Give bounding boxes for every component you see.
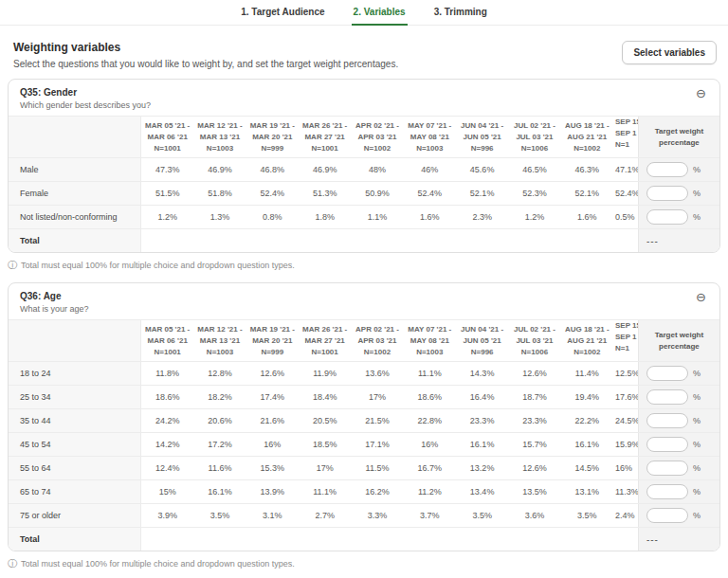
empty-cell xyxy=(613,528,638,551)
question-text: What is your age? xyxy=(20,304,89,314)
target-weight-input[interactable] xyxy=(646,162,688,177)
value-cell: 20.6% xyxy=(193,409,246,432)
value-cell: 16% xyxy=(613,457,638,479)
column-header-sample-size: N=1003 xyxy=(207,143,233,154)
column-header-sample-size: N=1002 xyxy=(364,143,391,154)
tab-trimming[interactable]: 3. Trimming xyxy=(432,7,489,25)
column-header-sample-size: N=1001 xyxy=(312,347,338,358)
empty-cell xyxy=(141,528,193,551)
target-weight-header: Target weight percentage xyxy=(638,117,719,157)
column-header-range-start: AUG 18 '21 - xyxy=(565,120,610,132)
target-weight-input[interactable] xyxy=(646,366,688,381)
column-header-sample-size: N=1 xyxy=(615,343,629,354)
empty-cell xyxy=(299,528,351,551)
table-footnote-text: Total must equal 100% for multiple choic… xyxy=(21,559,295,569)
row-label: 18 to 24 xyxy=(9,362,141,385)
value-cell: 16% xyxy=(246,433,299,456)
column-header-range-start: AUG 18 '21 - xyxy=(565,324,610,335)
value-cell: 24.2% xyxy=(141,409,193,432)
column-header-range-start: MAR 12 '21 - xyxy=(197,120,242,132)
percent-suffix: % xyxy=(693,487,701,497)
row-label: 65 to 74 xyxy=(9,480,141,503)
column-header-range-start: MAY 07 '21 - xyxy=(408,120,451,132)
table-row: 65 to 7415%16.1%13.9%11.1%16.2%11.2%13.4… xyxy=(9,479,719,503)
value-cell: 14.5% xyxy=(561,457,613,479)
collapse-icon[interactable]: ⊖ xyxy=(694,291,708,303)
target-weight-input[interactable] xyxy=(646,413,688,428)
column-header-range-end: JUL 03 '21 xyxy=(516,132,553,143)
value-cell: 11.1% xyxy=(404,362,456,385)
column-header-range-end: AUG 21 '21 xyxy=(567,132,607,143)
column-header: APR 02 '21 -APR 03 '21N=1002 xyxy=(351,320,403,361)
row-label-header xyxy=(9,320,141,361)
percent-suffix: % xyxy=(693,189,701,198)
column-header: JUN 04 '21 -JUN 05 '21N=996 xyxy=(456,117,508,157)
value-cell: 16% xyxy=(404,433,456,456)
tab-variables[interactable]: 2. Variables xyxy=(352,7,408,26)
value-cell: 1.8% xyxy=(299,206,351,228)
target-weight-input[interactable] xyxy=(646,508,688,523)
target-weight-cell: % xyxy=(638,433,719,456)
column-header-range-start: JUL 02 '21 - xyxy=(514,324,555,335)
column-header-range-end: APR 03 '21 xyxy=(357,132,396,143)
table-total-row: Total--- xyxy=(9,228,719,252)
collapse-icon[interactable]: ⊖ xyxy=(694,87,708,99)
column-header: MAR 19 '21 -MAR 20 '21N=999 xyxy=(246,117,299,157)
target-weight-input[interactable] xyxy=(646,389,688,405)
value-cell: 1.3% xyxy=(193,206,246,228)
column-header: MAR 12 '21 -MAR 13 '21N=1003 xyxy=(193,117,246,157)
column-header-range-end: MAR 20 '21 xyxy=(252,335,292,347)
column-header: JUN 04 '21 -JUN 05 '21N=996 xyxy=(456,320,508,361)
column-header-range-end: JUN 05 '21 xyxy=(464,335,501,347)
value-cell: 12.4% xyxy=(141,457,193,479)
target-total-cell: --- xyxy=(638,229,719,252)
empty-cell xyxy=(613,229,638,252)
page-title: Weighting variables xyxy=(13,41,398,54)
info-icon: ⓘ xyxy=(8,559,17,569)
target-weight-input[interactable] xyxy=(646,437,688,452)
empty-cell xyxy=(456,528,508,551)
table-row: 35 to 4424.2%20.6%21.6%20.5%21.5%22.8%23… xyxy=(9,408,719,432)
target-weight-input[interactable] xyxy=(646,209,688,225)
empty-cell xyxy=(193,229,246,252)
select-variables-button[interactable]: Select variables xyxy=(622,41,717,64)
row-label: 35 to 44 xyxy=(9,409,141,432)
value-cell: 46.5% xyxy=(508,158,560,181)
target-weight-cell: % xyxy=(638,409,719,432)
column-header-sample-size: N=1006 xyxy=(521,143,548,154)
value-cell: 15.7% xyxy=(508,433,560,456)
value-cell: 12.8% xyxy=(193,362,246,385)
column-header-range-end: MAR 27 '21 xyxy=(304,335,344,347)
value-cell: 23.3% xyxy=(456,409,508,432)
column-header-range-end: MAY 08 '21 xyxy=(410,335,449,347)
column-header-sample-size: N=1003 xyxy=(207,347,233,358)
column-header-sample-size: N=1 xyxy=(615,139,629,151)
value-cell: 52.4% xyxy=(404,182,456,205)
empty-cell xyxy=(508,528,560,551)
value-cell: 18.7% xyxy=(508,386,560,408)
percent-suffix: % xyxy=(693,369,701,378)
value-cell: 17% xyxy=(299,457,351,479)
column-header-sample-size: N=1002 xyxy=(573,143,600,154)
target-weight-header: Target weight percentage xyxy=(638,320,719,361)
tab-target-audience[interactable]: 1. Target Audience xyxy=(239,7,326,25)
value-cell: 13.5% xyxy=(508,480,560,503)
value-cell: 12.5% xyxy=(613,362,638,385)
column-header-range-start: JUN 04 '21 - xyxy=(461,120,503,132)
question-cards-container: Q35: GenderWhich gender best describes y… xyxy=(0,79,728,569)
column-header-sample-size: N=1002 xyxy=(364,347,391,358)
table-footnote-text: Total must equal 100% for multiple choic… xyxy=(21,261,295,270)
column-header-sample-size: N=1002 xyxy=(573,347,600,358)
value-cell: 46.3% xyxy=(561,158,613,181)
target-weight-input[interactable] xyxy=(646,461,688,476)
percent-suffix: % xyxy=(693,416,701,425)
empty-cell xyxy=(404,528,456,551)
value-cell: 16.1% xyxy=(561,433,613,456)
question-header-text: Q36: AgeWhat is your age? xyxy=(20,291,89,314)
column-header: MAR 26 '21 -MAR 27 '21N=1001 xyxy=(299,320,351,361)
target-weight-input[interactable] xyxy=(646,484,688,499)
target-weight-input[interactable] xyxy=(646,186,688,201)
target-weight-header-label: Target weight percentage xyxy=(651,126,706,147)
column-header-sample-size: N=1001 xyxy=(155,143,181,154)
percent-suffix: % xyxy=(693,511,701,520)
